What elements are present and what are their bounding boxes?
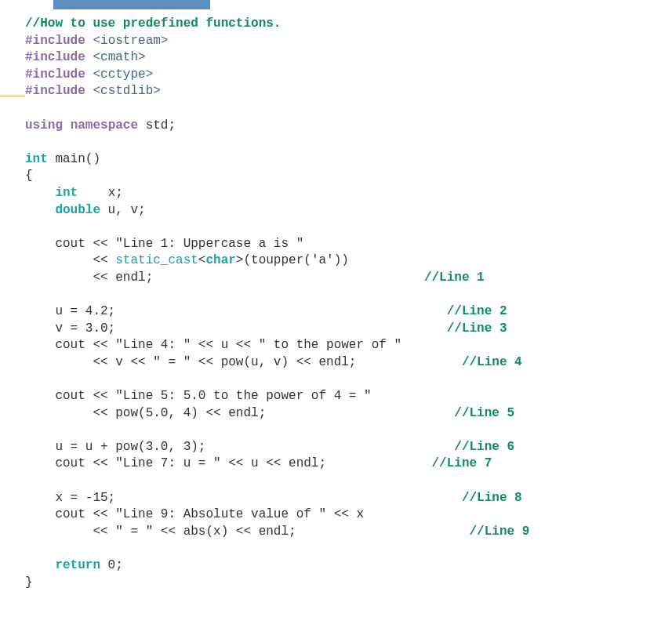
cout-line5a: cout << "Line 5: 5.0 to the power of 4 =… [25,389,372,403]
pad [326,456,431,470]
pad [356,355,461,369]
indent [25,203,55,217]
margin-connector-line [0,96,25,96]
pad [115,321,446,336]
comment-line3: //Line 3 [447,321,507,336]
int-keyword: int [25,152,48,166]
pad [205,440,454,454]
std-text: std; [138,118,176,132]
cout-line1c: << endl; [25,270,153,285]
comment-top: //How to use predefined functions. [25,16,281,31]
comment-line4: //Line 4 [462,355,522,369]
lt: < [198,253,206,267]
comment-line1: //Line 1 [424,270,485,285]
cout-line5b: << pow(5.0, 4) << endl; [25,406,266,420]
int-keyword: int [55,186,78,200]
double-keyword: double [55,203,100,217]
include-keyword: #include [25,34,85,48]
cout-line1b-post: >(toupper('a')) [236,253,349,267]
namespace-keyword: namespace [71,118,138,132]
return-keyword: return [55,558,100,572]
assign-u: u = 4.2; [25,304,115,318]
cout-line4b: << v << " = " << pow(u, v) << endl; [25,355,356,369]
indent [25,558,55,572]
cout-line9b: << " = " << abs(x) << endl; [25,524,296,539]
using-keyword: using [25,118,63,132]
comment-line2: //Line 2 [447,304,507,318]
brace-open: { [25,169,33,183]
cout-line4a: cout << "Line 4: " << u << " to the powe… [25,338,401,352]
include-cstdlib: <cstdlib> [93,84,160,98]
cout-line9a: cout << "Line 9: Absolute value of " << … [25,507,364,521]
include-iostream: <iostream> [93,34,168,48]
return-rest: 0; [100,558,123,572]
brace-close: } [25,575,33,590]
cout-line7: cout << "Line 7: u = " << u << endl; [25,456,326,470]
pad [153,270,424,285]
include-keyword: #include [25,50,85,64]
static-cast-keyword: static_cast [115,253,198,267]
top-bar-decoration [53,0,210,9]
assign-u2: u = u + pow(3.0, 3); [25,440,205,454]
pad [266,406,454,420]
decl-x: x; [78,186,123,200]
include-cctype: <cctype> [93,67,153,82]
assign-x: x = -15; [25,491,115,505]
assign-v: v = 3.0; [25,321,115,336]
code-block: //How to use predefined functions. #incl… [0,16,672,591]
comment-line7: //Line 7 [431,456,492,470]
pad [296,524,470,539]
comment-line8: //Line 8 [462,491,522,505]
indent [25,186,55,200]
include-keyword: #include [25,67,85,82]
cout-line1b-pre: << [25,253,115,267]
code-container: //How to use predefined functions. #incl… [0,0,672,591]
comment-line6: //Line 6 [454,440,514,454]
include-cmath: <cmath> [93,50,145,64]
pad [115,304,446,318]
comment-line5: //Line 5 [454,406,514,420]
include-keyword: #include [25,84,85,98]
cout-line1a: cout << "Line 1: Uppercase a is " [25,237,303,251]
main-text: main() [48,152,100,166]
char-keyword: char [205,253,235,267]
pad [115,491,462,505]
comment-line9: //Line 9 [470,524,530,539]
decl-uv: u, v; [100,203,146,217]
